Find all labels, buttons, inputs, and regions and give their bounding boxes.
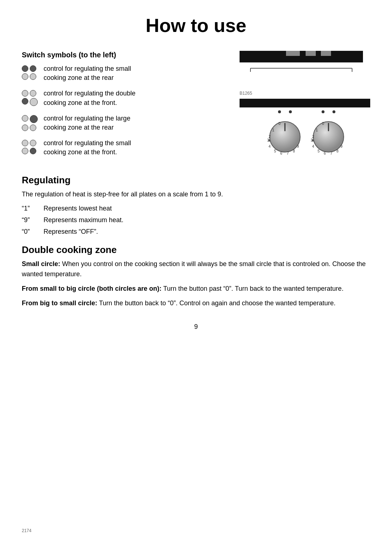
icon-row-bot-2 [22,98,39,106]
circle-filled-2 [30,65,36,72]
switch-symbols-normal: (to the left) [77,51,116,59]
circle-empty-9 [30,140,36,146]
circle-empty-3 [22,90,28,97]
small-circle-text: When you control on the cooking section … [22,260,366,278]
circle-empty-8 [22,140,28,146]
circle-empty-6 [22,125,28,131]
cooktop-top-svg [240,51,363,74]
symbol-icon-2 [22,90,39,106]
knob-right-num-7: 7 [330,151,332,155]
circle-empty-5 [22,115,28,122]
knob-left-num-1: 1 [272,128,274,132]
knob-right-num-6: 6 [324,151,326,155]
knob-right-num-0-top: 0 [322,122,324,126]
cooktop-top-diagram [240,51,363,76]
icon-row-bot-3 [22,125,39,131]
symbol-line1-1: control for regulating the small [44,65,131,72]
icon-row-bot-1 [22,73,39,80]
knob-left-dot-top-1 [278,110,281,113]
symbol-row-2: control for regulating the double cookin… [22,89,225,107]
left-column: Switch symbols (to the left) control for… [22,51,225,164]
circle-empty-7 [30,125,36,131]
from-small-text: Turn the button past “0”. Turn back to t… [162,285,343,292]
regulating-body: The regulation of heat is step-free for … [22,189,370,237]
regulating-section: Regulating The regulation of heat is ste… [22,175,370,237]
page-title: How to use [22,15,370,36]
page-container: How to use Switch symbols (to the left) [0,0,392,555]
symbol-line2-4: cooking zone at the front. [44,148,117,156]
regulating-key-2: “9” [22,215,36,225]
knob-right-num-4: 4 [312,144,314,148]
knob-left-num-6: 6 [280,151,282,155]
knob-left-num-9: 9 [297,144,299,148]
knob-left-num-7: 7 [287,151,289,155]
circle-empty-10 [22,148,28,154]
knob-right-num-9: 9 [340,144,343,148]
icon-row-top-2 [22,90,39,97]
from-small-paragraph: From small to big circle (both circles a… [22,284,370,294]
circle-empty-1 [22,73,28,80]
symbol-text-3: control for regulating the large cooking… [44,114,130,132]
two-column-layout: Switch symbols (to the left) control for… [22,51,370,164]
icon-row-top-3 [22,115,39,123]
symbol-icon-4 [22,140,39,154]
regulating-description: The regulation of heat is step-free for … [22,189,370,200]
circle-empty-2 [30,73,36,80]
cooktop-tab-2 [306,51,316,56]
circle-filled-1 [22,65,28,72]
page-number: 9 [22,323,370,331]
regulating-item-3: “0” Represents “OFF”. [22,227,370,237]
knobs-svg: 0 1 2 3 4 5 6 7 8 9 0 1 2 [240,99,370,157]
icon-row-top-4 [22,140,39,146]
symbol-row-3: control for regulating the large cooking… [22,114,225,132]
symbol-line1-2: control for regulating the double [44,90,135,97]
footer-code: 2174 [22,528,32,533]
cooktop-tab-3 [321,51,331,56]
switch-symbols-heading: Switch symbols (to the left) [22,51,225,59]
knob-bar [240,99,370,107]
knob-left-num-8: 8 [293,149,295,153]
circle-filled-4 [30,148,36,154]
b1265-label: B1265 [240,91,252,96]
cooktop-bar [240,51,363,62]
circle-large-filled-1 [30,115,38,123]
symbol-text-4: control for regulating the small cooking… [44,139,131,157]
symbol-line2-3: cooking zone at the rear [44,124,114,131]
symbol-row-4: control for regulating the small cooking… [22,139,225,157]
knob-right-num-8: 8 [336,149,339,153]
from-big-text: Turn the button back to “0”. Control on … [97,299,335,307]
symbol-line1-4: control for regulating the small [44,139,131,147]
regulating-item-2: “9” Represents maximum heat. [22,215,370,225]
knob-right-num-5: 5 [318,149,320,153]
symbol-icon-1 [22,65,39,80]
knob-left-side-dot [268,139,270,142]
symbol-row-1: control for regulating the small cooking… [22,64,225,82]
symbol-text-2: control for regulating the double cookin… [44,89,135,107]
symbol-line2-2: cooking zone at the front. [44,99,117,106]
regulating-key-3: “0” [22,227,36,237]
icon-row-bot-4 [22,148,39,154]
knob-right-dot-top-2 [332,110,335,113]
regulating-item-1: “1” Represents lowest heat [22,204,370,214]
small-circle-bold: Small circle: [22,260,60,268]
knobs-diagram: 0 1 2 3 4 5 6 7 8 9 0 1 2 [240,99,370,159]
regulating-heading: Regulating [22,175,370,186]
circle-empty-4 [30,90,36,97]
symbol-line1-3: control for regulating the large [44,115,130,122]
regulating-key-1: “1” [22,204,36,214]
knob-left-num-5: 5 [274,149,276,153]
symbol-text-1: control for regulating the small cooking… [44,64,131,82]
regulating-val-1: Represents lowest heat [44,204,112,214]
knob-right-dot-top-1 [322,110,324,113]
knob-left-num-0-top: 0 [278,122,281,126]
knob-right-num-1: 1 [316,128,318,132]
cooktop-tab-1 [286,51,300,56]
circle-large-empty-1 [30,98,38,106]
right-column: B1265 [232,51,370,164]
double-cooking-zone-section: Double cooking zone Small circle: When y… [22,244,370,309]
small-circle-paragraph: Small circle: When you control on the co… [22,259,370,279]
regulating-val-2: Represents maximum heat. [44,215,123,225]
double-cooking-zone-body: Small circle: When you control on the co… [22,259,370,309]
from-big-bold: From big to small circle: [22,299,97,307]
knob-left-num-4: 4 [269,144,271,148]
